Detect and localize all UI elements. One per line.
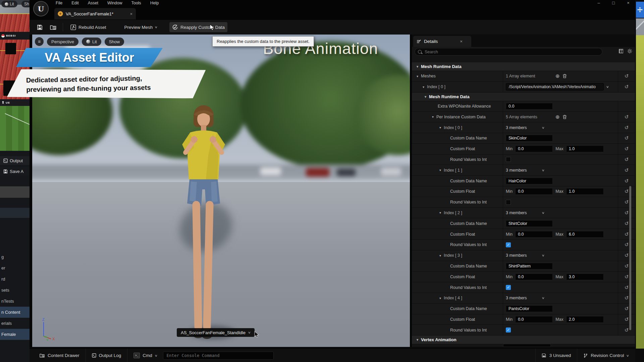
collapse-triangle-icon[interactable]: ▾ bbox=[439, 296, 441, 300]
rebuild-asset-button[interactable]: Rebuild Asset bbox=[68, 22, 109, 32]
min-value-input[interactable]: 0.0 bbox=[515, 274, 553, 280]
max-value-input[interactable]: 1.0 bbox=[566, 188, 604, 195]
revert-icon[interactable]: ↺ bbox=[625, 221, 629, 227]
collapse-triangle-icon[interactable]: ▾ bbox=[417, 65, 418, 68]
revert-icon[interactable]: ↺ bbox=[625, 231, 629, 237]
menu-item[interactable]: Asset bbox=[88, 1, 98, 5]
browse-to-asset-button[interactable] bbox=[49, 22, 58, 32]
content-tree-item[interactable]: er bbox=[0, 262, 30, 274]
console-command-input[interactable] bbox=[163, 352, 274, 360]
move-tool-icon[interactable] bbox=[636, 2, 644, 18]
custom-data-name-input[interactable]: ShirtPattern bbox=[506, 263, 553, 269]
round-values-checkbox[interactable]: ✓ bbox=[506, 327, 511, 333]
revert-icon[interactable]: ↺ bbox=[625, 274, 629, 280]
revert-icon[interactable]: ↺ bbox=[625, 114, 629, 120]
output-log-button[interactable]: Output Log bbox=[86, 349, 127, 362]
viewport-menu-icon[interactable]: ≡ bbox=[35, 37, 44, 46]
round-values-checkbox[interactable]: ✓ bbox=[506, 200, 511, 205]
revert-icon[interactable]: ↺ bbox=[625, 146, 629, 152]
close-button[interactable]: × bbox=[626, 0, 631, 5]
collapse-triangle-icon[interactable]: ▾ bbox=[439, 168, 441, 172]
revert-icon[interactable]: ↺ bbox=[625, 242, 629, 248]
revert-icon[interactable]: ↺ bbox=[625, 167, 629, 173]
custom-data-name-input[interactable]: HairColor bbox=[506, 178, 553, 184]
collapse-triangle-icon[interactable]: ▾ bbox=[432, 115, 434, 119]
collapse-triangle-icon[interactable]: ▾ bbox=[417, 338, 418, 342]
tab-close-icon[interactable]: × bbox=[130, 11, 132, 16]
category-mesh-runtime-data[interactable]: ▾ Mesh Runtime Data bbox=[412, 62, 635, 71]
perspective-dropdown[interactable]: Perspective bbox=[47, 38, 78, 46]
content-tree-item[interactable]: rd bbox=[0, 274, 30, 285]
collapse-triangle-icon[interactable]: ▾ bbox=[423, 85, 424, 89]
wpo-allowance-input[interactable]: 0.0 bbox=[506, 103, 553, 110]
custom-data-name-input[interactable]: ShirtColor bbox=[506, 220, 553, 227]
add-element-icon[interactable]: ⊕ bbox=[555, 73, 560, 79]
max-value-input[interactable]: 1.0 bbox=[566, 145, 604, 152]
revert-icon[interactable]: ↺ bbox=[625, 125, 629, 131]
collapse-triangle-icon[interactable]: ▾ bbox=[439, 126, 441, 129]
grid-view-icon[interactable] bbox=[619, 49, 623, 53]
delete-elements-icon[interactable] bbox=[562, 74, 567, 78]
category-vertex-animation[interactable]: ▾ Vertex Animation bbox=[412, 336, 635, 344]
revert-icon[interactable]: ↺ bbox=[625, 199, 629, 205]
details-tab-close-icon[interactable]: × bbox=[460, 39, 463, 44]
search-input[interactable] bbox=[424, 49, 599, 55]
round-values-checkbox[interactable]: ✓ bbox=[506, 242, 511, 247]
lit-mode-dropdown[interactable]: Lit bbox=[82, 38, 101, 46]
custom-data-name-input[interactable]: SkinColor bbox=[506, 135, 553, 141]
chevron-down-icon[interactable]: ∨ bbox=[542, 254, 545, 257]
round-values-checkbox[interactable]: ✓ bbox=[506, 285, 511, 290]
asset-tab[interactable]: VA_SoccerFanFemale1* × bbox=[54, 8, 136, 19]
revert-icon[interactable]: ↺ bbox=[625, 210, 629, 216]
chevron-down-icon[interactable]: ∨ bbox=[606, 85, 609, 88]
content-tree-item[interactable]: n Content bbox=[0, 307, 30, 318]
menu-item[interactable]: Help bbox=[150, 1, 159, 5]
preview-animation-dropdown[interactable]: AS_SoccerFanFemale_StandIdle ∨ bbox=[177, 328, 255, 337]
menu-item[interactable]: File bbox=[56, 1, 62, 5]
show-dropdown[interactable]: Show bbox=[105, 38, 124, 46]
background-lit-pill[interactable]: Lit bbox=[1, 1, 17, 7]
min-value-input[interactable]: 0.0 bbox=[515, 188, 553, 195]
chevron-down-icon[interactable]: ∨ bbox=[542, 296, 545, 300]
details-search-box[interactable] bbox=[415, 48, 602, 56]
revert-icon[interactable]: ↺ bbox=[625, 73, 629, 79]
content-drawer-button[interactable]: Content Drawer bbox=[30, 349, 86, 362]
min-value-input[interactable]: 0.0 bbox=[515, 231, 553, 238]
collapse-triangle-icon[interactable]: ▾ bbox=[425, 95, 426, 99]
preview-mesh-dropdown[interactable]: Preview Mesh ∨ bbox=[122, 23, 160, 32]
collapse-triangle-icon[interactable]: ▾ bbox=[417, 74, 418, 78]
save-asset-button[interactable] bbox=[36, 22, 44, 32]
min-value-input[interactable]: 0.0 bbox=[515, 316, 553, 323]
custom-data-name-input[interactable]: PantsColor bbox=[506, 305, 553, 312]
collapse-triangle-icon[interactable]: ▾ bbox=[439, 211, 441, 215]
revert-icon[interactable]: ↺ bbox=[625, 135, 629, 141]
menu-item[interactable]: Edit bbox=[71, 1, 79, 5]
max-value-input[interactable]: 2.0 bbox=[566, 316, 604, 323]
revert-icon[interactable]: ↺ bbox=[625, 84, 629, 90]
unsaved-assets-button[interactable]: * 3 Unsaved bbox=[536, 349, 577, 362]
details-tab[interactable]: Details × bbox=[413, 36, 471, 47]
content-tree-item[interactable]: erials bbox=[0, 318, 30, 329]
revert-icon[interactable]: ↺ bbox=[625, 316, 629, 322]
revert-icon[interactable]: ↺ bbox=[625, 327, 629, 333]
revert-icon[interactable]: ↺ bbox=[625, 157, 629, 163]
details-scrollbar[interactable] bbox=[629, 186, 631, 330]
background-show-pill[interactable]: Sh bbox=[21, 1, 30, 7]
revert-icon[interactable]: ↺ bbox=[625, 285, 629, 291]
round-values-checkbox[interactable]: ✓ bbox=[506, 157, 511, 162]
content-tree-item[interactable]: Female bbox=[0, 329, 30, 340]
menu-item[interactable]: Window bbox=[107, 1, 122, 5]
minimize-button[interactable]: – bbox=[596, 0, 601, 5]
maximize-button[interactable]: □ bbox=[611, 0, 616, 5]
revert-icon[interactable]: ↺ bbox=[625, 252, 629, 258]
mesh-asset-path-dropdown[interactable]: /Script/VertexAnimation.VAMesh'/VertexAn… bbox=[506, 83, 604, 90]
chevron-down-icon[interactable]: ∨ bbox=[542, 211, 545, 215]
content-tree-item[interactable]: g bbox=[0, 251, 30, 262]
menu-item[interactable]: Tools bbox=[131, 1, 141, 5]
add-element-icon[interactable]: ⊕ bbox=[555, 114, 560, 120]
output-log-tab[interactable]: Output bbox=[0, 156, 30, 165]
cmd-dropdown[interactable]: >_ Cmd ∨ bbox=[127, 349, 163, 362]
revert-icon[interactable]: ↺ bbox=[625, 295, 629, 301]
revert-icon[interactable]: ↺ bbox=[625, 188, 629, 194]
settings-gear-icon[interactable] bbox=[627, 49, 632, 54]
